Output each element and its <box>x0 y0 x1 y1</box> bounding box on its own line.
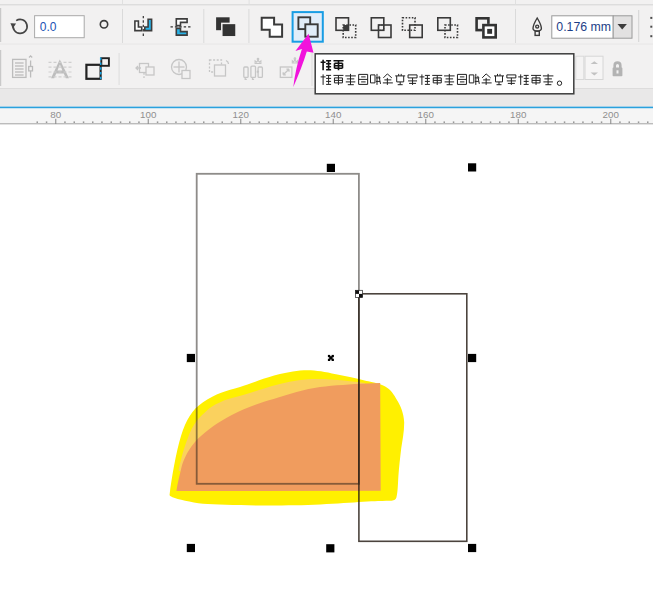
svg-text:160: 160 <box>418 109 435 120</box>
svg-text:140: 140 <box>325 109 342 120</box>
svg-text:0.0: 0.0 <box>40 20 57 34</box>
svg-text:100: 100 <box>140 109 157 120</box>
svg-text:0.176 mm: 0.176 mm <box>556 20 611 34</box>
svg-text:180: 180 <box>510 109 527 120</box>
svg-text:200: 200 <box>603 109 620 120</box>
svg-text:120: 120 <box>233 109 250 120</box>
svg-text:80: 80 <box>50 109 61 120</box>
